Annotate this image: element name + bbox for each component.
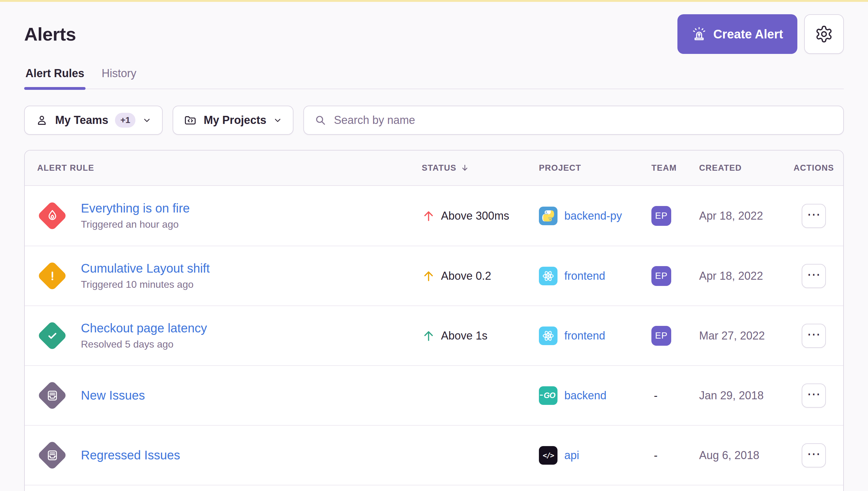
alert-rule-detail: Triggered an hour ago — [81, 219, 190, 230]
issues-icon — [37, 440, 67, 470]
user-icon — [35, 114, 48, 127]
table-header-row: Alert Rule Status Project Team Created A… — [25, 150, 843, 186]
react-project-icon — [539, 326, 558, 345]
more-actions-button[interactable]: ⋯ — [802, 204, 826, 228]
column-header-alert-rule: Alert Rule — [25, 163, 422, 173]
ellipsis-icon: ⋯ — [807, 207, 820, 221]
filter-bar: My Teams +1 My Projects — [24, 106, 844, 135]
more-actions-button[interactable]: ⋯ — [802, 383, 826, 408]
created-date: Aug 6, 2018 — [699, 449, 789, 462]
table-row: New Issues GO backend - Jan 29, 2018 ⋯ — [25, 365, 843, 425]
alert-rule-link[interactable]: Checkout page latency — [81, 321, 207, 335]
create-alert-label: Create Alert — [713, 27, 783, 41]
more-actions-button[interactable]: ⋯ — [802, 264, 826, 288]
status-up-arrow-icon — [422, 269, 436, 283]
table-row: Cumulative Layout shift Triggered 10 min… — [25, 246, 843, 306]
chevron-down-icon — [142, 116, 151, 125]
code-project-icon: </> — [539, 446, 558, 465]
column-header-project: Project — [539, 163, 651, 173]
column-header-created: Created — [699, 163, 789, 173]
projects-filter-label: My Projects — [204, 114, 266, 127]
ellipsis-icon: ⋯ — [807, 327, 820, 341]
table-row — [25, 485, 843, 491]
issues-icon — [37, 380, 67, 410]
create-alert-button[interactable]: Create Alert — [677, 14, 797, 54]
more-actions-button[interactable]: ⋯ — [802, 443, 826, 467]
team-empty: - — [651, 449, 657, 462]
alert-rule-link[interactable]: Everything is on fire — [81, 201, 190, 215]
tab-history[interactable]: History — [101, 65, 138, 89]
more-actions-button[interactable]: ⋯ — [802, 324, 826, 348]
teams-count-badge: +1 — [115, 113, 135, 127]
react-project-icon — [539, 267, 558, 285]
alert-rule-detail: Triggered 10 minutes ago — [81, 279, 210, 290]
project-link[interactable]: frontend — [564, 329, 605, 342]
column-header-team: Team — [651, 163, 699, 173]
team-badge: EP — [651, 206, 671, 226]
team-badge: EP — [651, 326, 671, 346]
python-project-icon — [539, 207, 558, 225]
go-project-icon: GO — [539, 386, 558, 405]
alerts-page: Alerts Create Alert — [0, 0, 868, 491]
team-empty: - — [651, 389, 657, 402]
column-header-actions: Actions — [789, 163, 843, 173]
project-link[interactable]: frontend — [564, 269, 605, 283]
created-date: Apr 18, 2022 — [699, 269, 789, 283]
tab-bar: Alert Rules History — [24, 65, 844, 89]
ellipsis-icon: ⋯ — [807, 268, 820, 281]
teams-filter-button[interactable]: My Teams +1 — [24, 106, 163, 135]
alert-rule-link[interactable]: New Issues — [81, 388, 145, 402]
warning-icon — [37, 261, 67, 291]
alert-rule-detail: Resolved 5 days ago — [81, 339, 207, 350]
tab-alert-rules[interactable]: Alert Rules — [24, 65, 86, 89]
table-row: Regressed Issues </> api - Aug 6, 2018 ⋯ — [25, 425, 843, 485]
projects-filter-button[interactable]: My Projects — [173, 106, 293, 135]
fire-icon — [37, 201, 67, 231]
search-box — [303, 106, 844, 135]
ellipsis-icon: ⋯ — [807, 447, 820, 461]
siren-icon — [692, 27, 706, 41]
status-up-arrow-icon — [422, 329, 436, 343]
team-badge: EP — [651, 266, 671, 286]
status-text: Above 300ms — [441, 209, 509, 223]
chevron-down-icon — [273, 116, 282, 125]
column-header-status[interactable]: Status — [422, 163, 539, 173]
top-banner-stripe — [0, 0, 868, 2]
created-date: Mar 27, 2022 — [699, 329, 789, 342]
search-input[interactable] — [334, 114, 833, 127]
created-date: Jan 29, 2018 — [699, 389, 789, 402]
search-icon — [314, 114, 327, 127]
gear-icon — [815, 25, 833, 44]
settings-button[interactable] — [804, 14, 844, 54]
status-text: Above 1s — [441, 329, 487, 342]
page-title: Alerts — [24, 24, 76, 45]
table-row: Checkout page latency Resolved 5 days ag… — [25, 306, 843, 365]
sort-descending-icon — [460, 163, 470, 173]
teams-filter-label: My Teams — [55, 114, 108, 127]
project-link[interactable]: api — [564, 449, 579, 462]
project-link[interactable]: backend — [564, 389, 607, 402]
check-icon — [37, 321, 67, 351]
status-up-arrow-icon — [422, 209, 436, 223]
alert-rules-table: Alert Rule Status Project Team Created A… — [24, 150, 844, 491]
page-header: Alerts Create Alert — [24, 14, 844, 54]
created-date: Apr 18, 2022 — [699, 209, 789, 223]
project-link[interactable]: backend-py — [564, 209, 622, 223]
table-row: Everything is on fire Triggered an hour … — [25, 186, 843, 246]
folder-code-icon — [184, 114, 197, 127]
alert-rule-link[interactable]: Regressed Issues — [81, 448, 180, 462]
status-text: Above 0.2 — [441, 269, 491, 283]
ellipsis-icon: ⋯ — [807, 387, 820, 401]
alert-rule-link[interactable]: Cumulative Layout shift — [81, 261, 210, 276]
